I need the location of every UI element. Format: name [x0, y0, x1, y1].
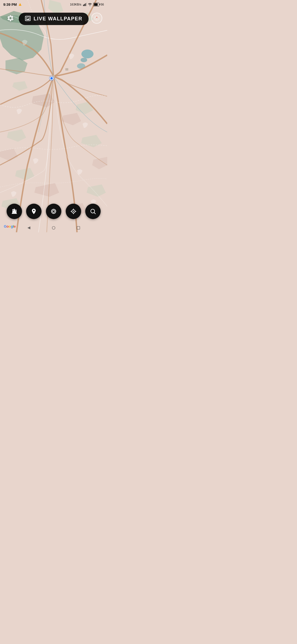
search-button[interactable]	[85, 204, 101, 219]
status-bar: 9:39 PM 163KB/s 56	[0, 0, 107, 8]
camera-button[interactable]	[46, 204, 61, 219]
signal-bars-icon	[83, 2, 87, 6]
live-wallpaper-icon	[25, 15, 31, 22]
svg-line-28	[55, 210, 55, 210]
svg-marker-13	[96, 16, 97, 18]
recents-icon	[76, 226, 81, 230]
svg-rect-15	[25, 16, 30, 21]
svg-point-11	[90, 6, 90, 6]
search-icon	[90, 208, 96, 215]
camera-icon	[50, 208, 57, 215]
nav-bar	[0, 224, 107, 232]
svg-rect-7	[83, 5, 84, 6]
battery-level: 56	[101, 3, 104, 6]
terrain-button[interactable]	[7, 204, 22, 219]
battery-icon	[93, 3, 99, 6]
svg-rect-10	[86, 3, 86, 6]
home-icon	[51, 226, 56, 230]
compass-button[interactable]	[91, 13, 102, 24]
svg-point-17	[27, 18, 27, 18]
compass-icon	[94, 15, 100, 21]
wifi-icon	[88, 2, 92, 6]
location-dot	[50, 77, 53, 80]
svg-line-26	[52, 210, 52, 210]
svg-rect-40	[77, 227, 80, 230]
mountain-icon	[11, 208, 18, 215]
svg-point-39	[52, 227, 55, 230]
pin-icon	[31, 208, 37, 215]
svg-point-31	[73, 211, 74, 212]
svg-rect-4	[65, 68, 68, 70]
gps-icon	[70, 208, 77, 215]
status-time: 9:39 PM	[3, 2, 21, 7]
svg-line-37	[94, 213, 96, 214]
data-speed: 163KB/s	[70, 3, 81, 6]
back-button[interactable]	[26, 225, 32, 231]
svg-line-27	[55, 212, 55, 213]
pill-label: LIVE WALLPAPER	[34, 16, 82, 22]
gear-icon	[7, 15, 14, 22]
back-icon	[27, 226, 31, 230]
svg-line-29	[52, 212, 52, 213]
svg-point-21	[53, 210, 55, 212]
map-background[interactable]	[0, 0, 107, 232]
svg-rect-9	[85, 4, 86, 6]
recents-button[interactable]	[76, 225, 81, 231]
wallpaper-icon	[25, 15, 31, 21]
svg-point-1	[81, 50, 94, 58]
bottom-toolbar	[0, 204, 107, 219]
status-right-icons: 163KB/s 56	[70, 2, 104, 6]
gps-button[interactable]	[66, 204, 81, 219]
home-button[interactable]	[51, 225, 56, 231]
svg-marker-14	[96, 18, 97, 20]
time-display: 9:39 PM	[3, 2, 17, 7]
svg-point-2	[81, 58, 87, 62]
svg-rect-8	[84, 4, 84, 6]
settings-button[interactable]	[5, 13, 16, 24]
warning-icon	[19, 3, 21, 6]
location-pin-button[interactable]	[26, 204, 42, 219]
live-wallpaper-pill[interactable]: LIVE WALLPAPER	[19, 13, 89, 25]
svg-marker-38	[28, 227, 31, 230]
